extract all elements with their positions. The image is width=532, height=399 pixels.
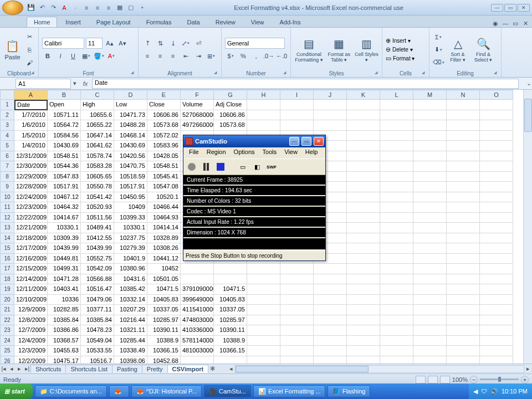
cell[interactable] bbox=[380, 202, 413, 213]
cell[interactable] bbox=[447, 264, 480, 274]
cell[interactable]: 10337.05 bbox=[147, 305, 181, 315]
cell[interactable] bbox=[447, 100, 480, 110]
cell[interactable] bbox=[347, 295, 380, 305]
number-format-input[interactable] bbox=[225, 38, 285, 49]
cell[interactable] bbox=[247, 325, 280, 336]
cell[interactable]: 10547.08 bbox=[147, 182, 181, 192]
cell[interactable]: 10388.9 bbox=[147, 336, 181, 346]
align-center-icon[interactable]: ≡ bbox=[93, 3, 102, 12]
cell[interactable] bbox=[413, 141, 447, 151]
camstudio-maximize-button[interactable]: ▭ bbox=[301, 137, 311, 146]
cell[interactable]: High bbox=[81, 100, 114, 110]
cell[interactable]: 10399.33 bbox=[114, 213, 147, 223]
cell[interactable]: 10330.1 bbox=[114, 223, 147, 233]
cell[interactable]: 10321.11 bbox=[114, 325, 147, 336]
row-header[interactable]: 21 bbox=[0, 305, 14, 315]
close-button[interactable]: ✕ bbox=[518, 4, 530, 12]
cell[interactable] bbox=[447, 131, 480, 141]
border-button[interactable]: ▦ bbox=[80, 50, 91, 62]
cell[interactable]: 10517.91 bbox=[114, 182, 147, 192]
cell[interactable]: 10216.44 bbox=[114, 315, 147, 326]
formula-input[interactable]: Date bbox=[92, 79, 519, 89]
percent-button[interactable]: % bbox=[238, 50, 249, 62]
cell[interactable]: 10385.42 bbox=[114, 284, 147, 295]
cell[interactable]: 10533.55 bbox=[81, 346, 114, 356]
sheet-nav-prev[interactable]: ◂ bbox=[8, 365, 16, 372]
column-header[interactable]: F bbox=[181, 90, 214, 100]
cell[interactable] bbox=[280, 295, 314, 305]
cell[interactable] bbox=[447, 223, 480, 233]
cell[interactable] bbox=[247, 100, 280, 110]
row-header[interactable]: 12 bbox=[0, 213, 14, 223]
redo-icon[interactable]: ↷ bbox=[49, 3, 58, 12]
row-header[interactable]: 13 bbox=[0, 223, 14, 233]
format-painter-button[interactable]: 🖌 bbox=[24, 57, 35, 68]
column-header[interactable]: E bbox=[147, 90, 181, 100]
cell[interactable] bbox=[480, 131, 513, 141]
cell[interactable] bbox=[480, 254, 513, 264]
cell[interactable]: 10471.5 bbox=[214, 284, 247, 295]
cell[interactable] bbox=[380, 336, 413, 346]
cell[interactable]: 10279.39 bbox=[114, 243, 147, 254]
tray-icon[interactable]: ◀ bbox=[473, 388, 478, 395]
cell[interactable] bbox=[380, 223, 413, 233]
cell[interactable] bbox=[347, 110, 380, 121]
merge-button[interactable]: ⊞ bbox=[206, 50, 217, 62]
sheet-tab[interactable]: Shortcuts List bbox=[65, 365, 112, 373]
cell[interactable]: 10449.81 bbox=[48, 254, 81, 264]
cell[interactable] bbox=[480, 315, 513, 326]
cell[interactable] bbox=[480, 233, 513, 244]
vertical-scrollbar[interactable] bbox=[523, 90, 532, 364]
font-color-icon[interactable]: A bbox=[60, 3, 69, 12]
cell[interactable] bbox=[480, 346, 513, 356]
format-as-table-button[interactable]: ▦Format as Table ▾ bbox=[326, 29, 352, 70]
tab-home[interactable]: Home bbox=[27, 17, 57, 27]
cell[interactable] bbox=[447, 295, 480, 305]
cell[interactable] bbox=[413, 295, 447, 305]
cell[interactable]: 10520.93 bbox=[81, 202, 114, 213]
column-header[interactable]: G bbox=[214, 90, 247, 100]
cell[interactable] bbox=[380, 233, 413, 244]
row-header[interactable]: 3 bbox=[0, 120, 14, 131]
cell[interactable] bbox=[480, 172, 513, 182]
find-select-button[interactable]: 🔍Find & Select ▾ bbox=[472, 29, 495, 70]
cell[interactable]: 10388.9 bbox=[214, 336, 247, 346]
cell[interactable] bbox=[480, 141, 513, 151]
cut-button[interactable]: ✂ bbox=[24, 32, 35, 43]
cell[interactable]: 4115410000 bbox=[181, 305, 214, 315]
cell[interactable] bbox=[314, 264, 347, 274]
copy-button[interactable]: ⎘ bbox=[24, 44, 35, 55]
cell[interactable] bbox=[347, 141, 380, 151]
cell[interactable] bbox=[280, 284, 314, 295]
sheet-nav-first[interactable]: |◂ bbox=[0, 365, 8, 372]
cell[interactable] bbox=[480, 305, 513, 315]
cell[interactable]: 10328.89 bbox=[147, 233, 181, 244]
column-header[interactable]: H bbox=[247, 90, 280, 100]
cell[interactable]: 10237.75 bbox=[114, 233, 147, 244]
align-top-button[interactable]: ⤒ bbox=[142, 38, 153, 49]
align-left-icon[interactable]: ≡ bbox=[82, 3, 91, 12]
cell[interactable] bbox=[413, 336, 447, 346]
stop-button[interactable] bbox=[214, 161, 227, 173]
cell[interactable] bbox=[280, 346, 314, 356]
cell[interactable] bbox=[447, 254, 480, 264]
cell[interactable] bbox=[347, 264, 380, 274]
cell[interactable]: 10541.42 bbox=[81, 192, 114, 203]
sheet-nav-next[interactable]: ▸ bbox=[16, 365, 23, 372]
row-header[interactable]: 19 bbox=[0, 284, 14, 295]
cell[interactable]: Volume bbox=[181, 100, 214, 110]
cell[interactable] bbox=[380, 243, 413, 254]
cell[interactable]: 10366.15 bbox=[214, 346, 247, 356]
cell[interactable]: 12/2/2009 bbox=[14, 356, 48, 364]
currency-button[interactable]: $ bbox=[225, 50, 236, 62]
cell[interactable] bbox=[413, 223, 447, 233]
cell[interactable] bbox=[413, 182, 447, 192]
cell[interactable]: 12/9/2009 bbox=[14, 305, 48, 315]
cell[interactable] bbox=[413, 151, 447, 162]
cell[interactable] bbox=[380, 295, 413, 305]
cell[interactable]: 10466.44 bbox=[147, 202, 181, 213]
cell[interactable] bbox=[413, 274, 447, 285]
cell[interactable] bbox=[347, 202, 380, 213]
cell[interactable] bbox=[347, 213, 380, 223]
sheet-tab[interactable]: Shortcuts bbox=[30, 365, 66, 373]
